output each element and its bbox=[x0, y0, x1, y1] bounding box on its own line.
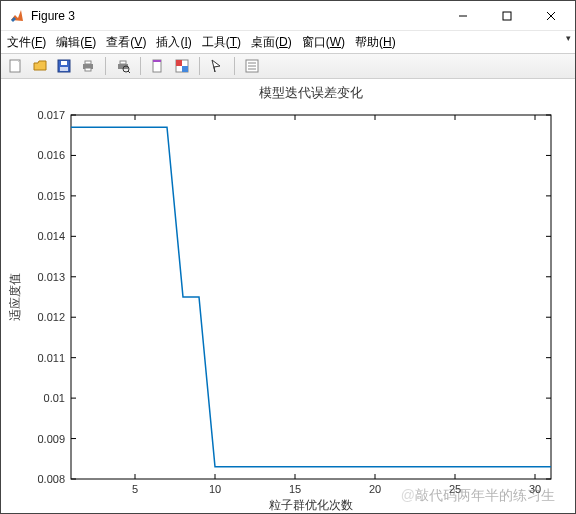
svg-text:25: 25 bbox=[449, 483, 461, 495]
svg-text:30: 30 bbox=[529, 483, 541, 495]
svg-text:0.015: 0.015 bbox=[37, 190, 65, 202]
print-preview-button[interactable] bbox=[112, 56, 134, 76]
menu-desktop[interactable]: 桌面(D) bbox=[251, 34, 292, 51]
svg-text:0.013: 0.013 bbox=[37, 271, 65, 283]
svg-text:0.009: 0.009 bbox=[37, 433, 65, 445]
svg-text:15: 15 bbox=[289, 483, 301, 495]
toolbar bbox=[1, 53, 575, 79]
svg-rect-6 bbox=[61, 61, 67, 65]
svg-text:10: 10 bbox=[209, 483, 221, 495]
svg-rect-16 bbox=[153, 60, 161, 62]
svg-rect-18 bbox=[176, 60, 182, 66]
svg-rect-9 bbox=[85, 61, 91, 64]
y-axis-label: 适应度值 bbox=[8, 273, 22, 321]
save-button[interactable] bbox=[53, 56, 75, 76]
svg-rect-7 bbox=[60, 67, 68, 71]
menu-view[interactable]: 查看(V) bbox=[106, 34, 146, 51]
menubar: 文件(F) 编辑(E) 查看(V) 插入(I) 工具(T) 桌面(D) 窗口(W… bbox=[1, 31, 575, 53]
matlab-icon bbox=[9, 8, 25, 24]
menu-insert[interactable]: 插入(I) bbox=[156, 34, 191, 51]
print-button[interactable] bbox=[77, 56, 99, 76]
menu-tools[interactable]: 工具(T) bbox=[202, 34, 241, 51]
window-titlebar: Figure 3 bbox=[1, 1, 575, 31]
svg-text:0.011: 0.011 bbox=[37, 352, 65, 364]
svg-text:0.008: 0.008 bbox=[37, 473, 65, 485]
menu-window[interactable]: 窗口(W) bbox=[302, 34, 345, 51]
toolbar-separator bbox=[199, 57, 200, 75]
svg-rect-1 bbox=[503, 12, 511, 20]
figure-canvas[interactable]: 0.0080.0090.010.0110.0120.0130.0140.0150… bbox=[1, 79, 575, 513]
svg-text:5: 5 bbox=[132, 483, 138, 495]
maximize-button[interactable] bbox=[485, 2, 529, 30]
svg-text:0.01: 0.01 bbox=[44, 392, 65, 404]
insert-colorbar-button[interactable] bbox=[171, 56, 193, 76]
link-plot-button[interactable] bbox=[147, 56, 169, 76]
x-axis-label: 粒子群优化次数 bbox=[269, 498, 353, 512]
open-property-inspector-button[interactable] bbox=[241, 56, 263, 76]
chart-title: 模型迭代误差变化 bbox=[259, 85, 363, 100]
close-button[interactable] bbox=[529, 2, 573, 30]
svg-text:0.017: 0.017 bbox=[37, 109, 65, 121]
open-button[interactable] bbox=[29, 56, 51, 76]
menu-help[interactable]: 帮助(H) bbox=[355, 34, 396, 51]
menu-file[interactable]: 文件(F) bbox=[7, 34, 46, 51]
menu-overflow-icon[interactable]: ▾ bbox=[566, 33, 571, 43]
svg-line-14 bbox=[128, 71, 130, 73]
new-figure-button[interactable] bbox=[5, 56, 27, 76]
svg-rect-10 bbox=[85, 68, 91, 71]
menu-edit[interactable]: 编辑(E) bbox=[56, 34, 96, 51]
svg-rect-24 bbox=[71, 115, 551, 479]
edit-plot-button[interactable] bbox=[206, 56, 228, 76]
svg-rect-12 bbox=[120, 61, 126, 64]
svg-rect-19 bbox=[182, 66, 188, 72]
minimize-button[interactable] bbox=[441, 2, 485, 30]
svg-text:0.016: 0.016 bbox=[37, 149, 65, 161]
toolbar-separator bbox=[140, 57, 141, 75]
svg-text:20: 20 bbox=[369, 483, 381, 495]
toolbar-separator bbox=[234, 57, 235, 75]
axes: 0.0080.0090.010.0110.0120.0130.0140.0150… bbox=[1, 79, 575, 513]
svg-text:0.012: 0.012 bbox=[37, 311, 65, 323]
toolbar-separator bbox=[105, 57, 106, 75]
svg-text:0.014: 0.014 bbox=[37, 230, 65, 242]
window-title: Figure 3 bbox=[31, 9, 75, 23]
